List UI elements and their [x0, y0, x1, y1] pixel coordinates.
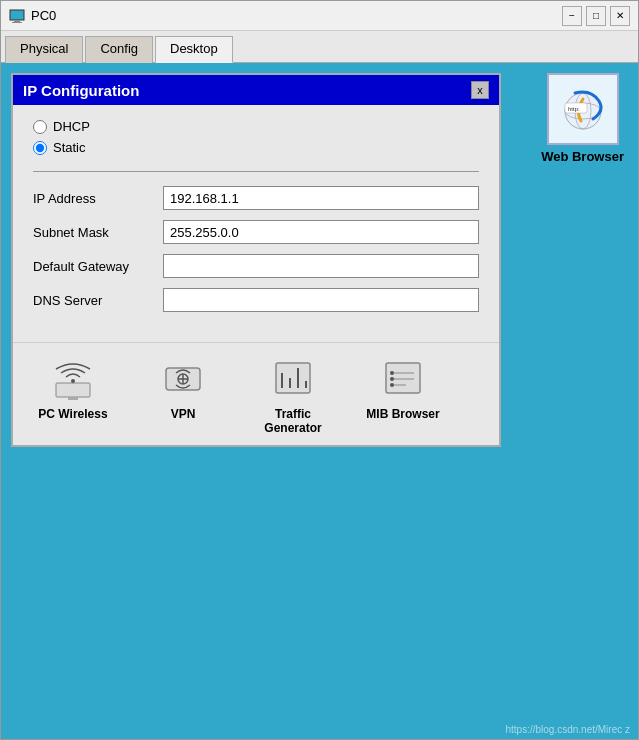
dialog-close-button[interactable]: x: [471, 81, 489, 99]
subnet-mask-row: Subnet Mask: [33, 220, 479, 244]
svg-point-20: [390, 371, 394, 375]
default-gateway-label: Default Gateway: [33, 259, 163, 274]
dns-server-row: DNS Server: [33, 288, 479, 312]
vpn-label: VPN: [171, 407, 196, 421]
form-divider: [33, 171, 479, 172]
watermark: https://blog.csdn.net/Mirec z: [505, 724, 630, 735]
svg-point-22: [390, 383, 394, 387]
traffic-generator-icon-item[interactable]: Traffic Generator: [253, 353, 333, 435]
maximize-button[interactable]: □: [586, 6, 606, 26]
web-browser-icon-box: http:: [547, 73, 619, 145]
svg-point-6: [71, 379, 75, 383]
minimize-button[interactable]: −: [562, 6, 582, 26]
svg-rect-1: [14, 20, 20, 22]
static-option[interactable]: Static: [33, 140, 479, 155]
default-gateway-input[interactable]: [163, 254, 479, 278]
web-browser-icon-item[interactable]: http: Web Browser: [541, 73, 624, 164]
dialog-body: DHCP Static IP Address Subnet Mask: [13, 105, 499, 342]
traffic-generator-icon: [268, 353, 318, 403]
subnet-mask-input[interactable]: [163, 220, 479, 244]
tabbar: Physical Config Desktop: [1, 31, 638, 63]
pc-wireless-icon-item[interactable]: PC Wireless: [33, 353, 113, 421]
svg-rect-2: [12, 22, 22, 23]
window-close-button[interactable]: ✕: [610, 6, 630, 26]
svg-rect-4: [68, 397, 78, 400]
mib-browser-label: MIB Browser: [366, 407, 439, 421]
tab-config[interactable]: Config: [85, 36, 153, 63]
svg-rect-3: [56, 383, 90, 397]
pc-icon: [9, 8, 25, 24]
dialog-title: IP Configuration: [23, 82, 139, 99]
vpn-icon: [158, 353, 208, 403]
svg-rect-0: [10, 10, 24, 20]
traffic-generator-label: Traffic Generator: [264, 407, 321, 435]
titlebar: PC0 − □ ✕: [1, 1, 638, 31]
ip-address-input[interactable]: [163, 186, 479, 210]
dhcp-label: DHCP: [53, 119, 90, 134]
dhcp-radio[interactable]: [33, 120, 47, 134]
ip-address-row: IP Address: [33, 186, 479, 210]
static-label: Static: [53, 140, 86, 155]
static-radio[interactable]: [33, 141, 47, 155]
vpn-icon-item[interactable]: VPN: [143, 353, 223, 421]
pc-wireless-label: PC Wireless: [38, 407, 107, 421]
svg-point-21: [390, 377, 394, 381]
ip-address-label: IP Address: [33, 191, 163, 206]
default-gateway-row: Default Gateway: [33, 254, 479, 278]
titlebar-controls: − □ ✕: [562, 6, 630, 26]
pc-wireless-icon: [48, 353, 98, 403]
mib-browser-icon: [378, 353, 428, 403]
dialog-titlebar: IP Configuration x: [13, 75, 499, 105]
ip-config-dialog: IP Configuration x DHCP Static: [11, 73, 501, 447]
dns-server-label: DNS Server: [33, 293, 163, 308]
dns-server-input[interactable]: [163, 288, 479, 312]
web-browser-globe-icon: http:: [555, 81, 611, 137]
svg-text:http:: http:: [568, 106, 580, 112]
tab-desktop[interactable]: Desktop: [155, 36, 233, 63]
dialog-footer: PC Wireless VPN: [13, 342, 499, 445]
main-window: PC0 − □ ✕ Physical Config Desktop IP Con…: [0, 0, 639, 740]
mib-browser-icon-item[interactable]: MIB Browser: [363, 353, 443, 421]
desktop-content: IP Configuration x DHCP Static: [1, 63, 638, 739]
web-browser-label: Web Browser: [541, 149, 624, 164]
window-title: PC0: [31, 8, 56, 23]
tab-physical[interactable]: Physical: [5, 36, 83, 63]
subnet-mask-label: Subnet Mask: [33, 225, 163, 240]
ip-mode-group: DHCP Static: [33, 119, 479, 155]
titlebar-left: PC0: [9, 8, 56, 24]
dhcp-option[interactable]: DHCP: [33, 119, 479, 134]
